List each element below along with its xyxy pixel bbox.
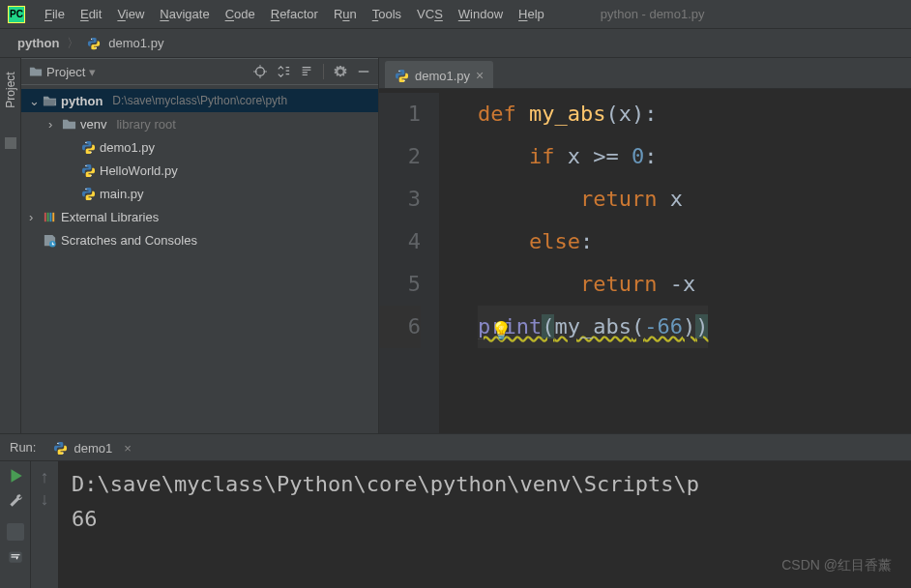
line-number[interactable]: 4 — [379, 220, 421, 263]
project-panel: Project ▾ ⌄ python D:\save\myclass\Pytho… — [21, 58, 379, 433]
folder-open-icon — [43, 94, 57, 108]
tree-item-label: venv — [80, 117, 106, 132]
editor: demo1.py × 1 2 3 4 5 6 💡 def my_abs(x): … — [379, 58, 911, 433]
tree-venv[interactable]: › venv library root — [21, 112, 378, 135]
code-area[interactable]: def my_abs(x): if x >= 0: return x else:… — [439, 93, 708, 433]
menu-item[interactable]: Tools — [365, 7, 409, 21]
run-panel: Run: demo1 × ↑ ↓ D:\save\myclass\Python\… — [0, 433, 911, 588]
watermark: CSDN @红目香薰 — [781, 557, 892, 574]
run-tab-label: demo1 — [73, 441, 112, 456]
intention-bulb-icon[interactable]: 💡 — [490, 309, 512, 352]
close-icon[interactable]: × — [124, 441, 132, 456]
editor-body[interactable]: 1 2 3 4 5 6 💡 def my_abs(x): if x >= 0: … — [379, 89, 911, 433]
ide-logo-icon: PC — [8, 6, 25, 23]
line-number[interactable]: 6 — [379, 306, 421, 348]
project-panel-title[interactable]: Project — [46, 65, 85, 79]
python-file-icon — [81, 140, 96, 155]
run-label: Run: — [10, 440, 36, 455]
tree-item-label: demo1.py — [100, 140, 155, 155]
wrench-icon[interactable] — [7, 492, 24, 510]
code-line[interactable]: return -x — [478, 263, 708, 306]
menubar: PC FileEditViewNavigateCodeRefactorRunTo… — [0, 0, 911, 29]
tree-item-tag: library root — [116, 117, 175, 132]
project-view-icon — [29, 65, 43, 78]
code-line[interactable]: print(my_abs(-66)) — [478, 306, 708, 348]
settings-gear-icon[interactable] — [334, 65, 347, 78]
code-line[interactable]: if x >= 0: — [478, 135, 708, 178]
tree-item-label: HelloWorld.py — [100, 163, 178, 178]
structure-icon[interactable] — [3, 135, 18, 151]
tree-item-label: External Libraries — [61, 210, 159, 224]
folder-icon — [62, 117, 76, 132]
svg-rect-9 — [5, 137, 16, 149]
tree-external-libs[interactable]: › External Libraries — [21, 205, 378, 228]
code-line[interactable]: else: — [478, 220, 708, 263]
run-actions — [0, 461, 31, 588]
run-nav: ↑ ↓ — [31, 461, 58, 588]
python-file-icon — [81, 187, 96, 201]
run-panel-header: Run: demo1 × — [0, 434, 911, 461]
tree-file[interactable]: HelloWorld.py — [21, 159, 378, 182]
editor-tabs: demo1.py × — [379, 58, 911, 89]
editor-tab-demo1[interactable]: demo1.py × — [385, 61, 493, 88]
project-tool-tab[interactable]: Project — [4, 72, 17, 107]
run-tab[interactable]: demo1 × — [45, 435, 138, 459]
tree-root-label: python — [61, 94, 103, 108]
console-output: 66 — [72, 502, 897, 537]
chevron-down-icon[interactable]: ⌄ — [29, 94, 39, 108]
collapse-all-icon[interactable] — [300, 65, 313, 78]
hide-panel-icon[interactable] — [357, 65, 370, 78]
breadcrumb-file[interactable]: demo1.py — [108, 36, 163, 50]
tab-label: demo1.py — [415, 69, 470, 83]
menu-item[interactable]: Navigate — [152, 7, 217, 21]
menu-item[interactable]: Run — [326, 7, 365, 21]
project-panel-header: Project ▾ — [21, 58, 378, 85]
libraries-icon — [43, 210, 57, 224]
tree-root[interactable]: ⌄ python D:\save\myclass\Python\core\pyt… — [21, 89, 378, 112]
tree-root-path: D:\save\myclass\Python\core\pyth — [112, 94, 287, 107]
stop-icon[interactable] — [7, 523, 24, 541]
python-file-icon — [53, 441, 68, 456]
breadcrumb[interactable]: python 〉 demo1.py — [0, 29, 911, 58]
scratches-icon — [43, 233, 57, 248]
rerun-play-icon[interactable] — [7, 467, 24, 485]
down-arrow-icon[interactable]: ↓ — [41, 489, 49, 510]
soft-wrap-icon[interactable] — [7, 548, 24, 566]
window-title: python - demo1.py — [601, 7, 705, 21]
code-line[interactable]: def my_abs(x): — [478, 93, 708, 135]
line-gutter[interactable]: 1 2 3 4 5 6 — [379, 93, 439, 433]
menu-item[interactable]: Edit — [73, 7, 109, 21]
expand-all-icon[interactable] — [277, 65, 290, 78]
line-number[interactable]: 3 — [379, 178, 421, 220]
select-opened-icon[interactable] — [253, 65, 267, 78]
python-file-icon — [87, 37, 101, 50]
up-arrow-icon[interactable]: ↑ — [41, 467, 49, 487]
python-file-icon — [81, 163, 96, 178]
separator — [323, 64, 324, 79]
menu-item[interactable]: File — [37, 7, 73, 21]
close-icon[interactable]: × — [476, 68, 484, 83]
dropdown-chevron-icon[interactable]: ▾ — [89, 65, 96, 79]
menu-item[interactable]: Help — [511, 7, 552, 21]
menu-item[interactable]: Window — [451, 7, 511, 21]
line-number[interactable]: 5 — [379, 263, 421, 306]
tree-item-label: Scratches and Consoles — [61, 233, 197, 248]
tree-file[interactable]: demo1.py — [21, 135, 378, 159]
menu-item[interactable]: View — [109, 7, 152, 21]
python-file-icon — [395, 69, 409, 83]
tree-item-label: main.py — [100, 187, 144, 201]
menu-item[interactable]: Refactor — [263, 7, 326, 21]
console-path: D:\save\myclass\Python\core\python\venv\… — [72, 467, 897, 502]
menu-item[interactable]: VCS — [409, 7, 451, 21]
chevron-right-icon[interactable]: › — [29, 210, 39, 224]
tree-file[interactable]: main.py — [21, 182, 378, 205]
code-line[interactable]: return x — [478, 178, 708, 220]
project-tree[interactable]: ⌄ python D:\save\myclass\Python\core\pyt… — [21, 85, 378, 433]
breadcrumb-root[interactable]: python — [17, 36, 59, 50]
line-number[interactable]: 2 — [379, 135, 421, 178]
left-rail: Project — [0, 58, 21, 433]
chevron-right-icon[interactable]: › — [48, 117, 58, 132]
tree-scratches[interactable]: Scratches and Consoles — [21, 228, 378, 251]
menu-item[interactable]: Code — [218, 7, 263, 21]
line-number[interactable]: 1 — [379, 93, 421, 135]
